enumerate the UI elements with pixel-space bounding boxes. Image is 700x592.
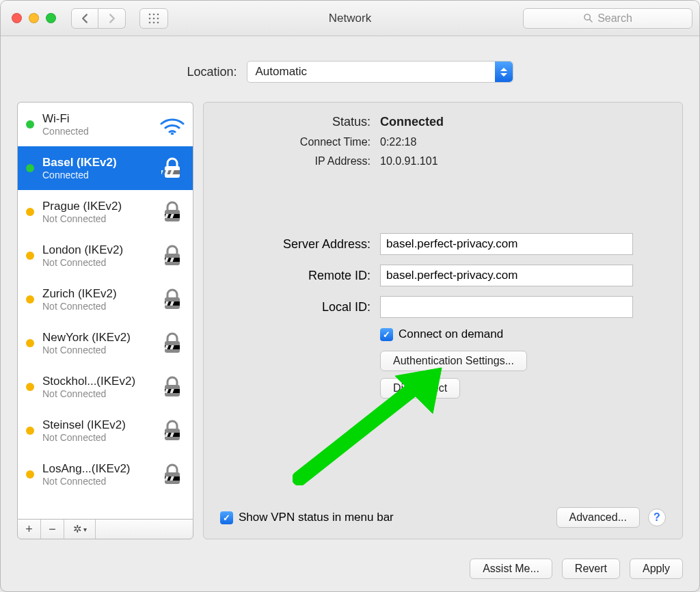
- service-labels: Zurich (IKEv2) Not Connected: [42, 287, 150, 312]
- assist-me-button[interactable]: Assist Me...: [470, 559, 552, 579]
- status-dot-icon: [26, 164, 34, 172]
- service-name: Wi-Fi: [42, 112, 150, 126]
- service-status: Not Connected: [42, 476, 150, 487]
- service-item[interactable]: Basel (IKEv2) Connected: [18, 146, 193, 190]
- titlebar: Network Search: [1, 1, 699, 36]
- svg-point-3: [149, 17, 151, 19]
- status-value: Connected: [380, 115, 666, 129]
- svg-rect-27: [161, 258, 163, 262]
- status-dot-icon: [26, 295, 34, 304]
- status-dot-icon: [26, 252, 34, 260]
- ip-address-value: 10.0.91.101: [380, 155, 666, 167]
- lock-icon: [159, 375, 186, 399]
- server-address-input[interactable]: [380, 233, 633, 255]
- service-actions-button[interactable]: ✲▾: [64, 520, 96, 539]
- services-sidebar: Wi-Fi Connected Basel (IKEv2) Connected …: [17, 102, 193, 539]
- service-item[interactable]: Wi-Fi Connected: [18, 103, 193, 146]
- svg-rect-33: [161, 301, 163, 306]
- service-item[interactable]: Zurich (IKEv2) Not Connected: [18, 278, 193, 321]
- services-list[interactable]: Wi-Fi Connected Basel (IKEv2) Connected …: [17, 102, 193, 519]
- service-item[interactable]: London (IKEv2) Not Connected: [18, 234, 193, 278]
- service-item[interactable]: NewYork (IKEv2) Not Connected: [18, 321, 193, 365]
- ip-address-label: IP Address:: [220, 155, 371, 167]
- service-status: Connected: [42, 170, 150, 180]
- service-labels: Prague (IKEv2) Not Connected: [42, 200, 150, 224]
- status-block: Status: Connected Connect Time: 0:22:18 …: [220, 115, 666, 167]
- svg-point-0: [149, 13, 151, 15]
- select-stepper-icon: [495, 62, 513, 82]
- svg-rect-15: [161, 170, 163, 174]
- service-status: Not Connected: [42, 213, 150, 224]
- svg-point-7: [153, 21, 155, 23]
- service-name: Stockhol...(IKEv2): [42, 375, 150, 388]
- local-id-input[interactable]: [380, 296, 633, 318]
- connect-on-demand-label: Connect on demand: [399, 327, 503, 341]
- window-button-row: Assist Me... Revert Apply: [1, 549, 699, 591]
- search-field[interactable]: Search: [523, 8, 692, 29]
- svg-rect-57: [161, 476, 163, 481]
- service-name: Basel (IKEv2): [42, 156, 150, 170]
- authentication-settings-button[interactable]: Authentication Settings...: [380, 351, 527, 371]
- back-button[interactable]: [71, 8, 98, 29]
- remove-service-button[interactable]: −: [41, 520, 64, 539]
- service-labels: Steinsel (IKEv2) Not Connected: [42, 418, 150, 443]
- lock-icon: [159, 288, 186, 311]
- service-status: Not Connected: [42, 301, 150, 312]
- nav-back-forward: [71, 8, 126, 29]
- service-item[interactable]: Steinsel (IKEv2) Not Connected: [18, 409, 193, 453]
- connect-on-demand-checkbox[interactable]: ✓: [380, 328, 393, 341]
- search-icon: [583, 13, 593, 23]
- vpn-form: Server Address: Remote ID: Local ID: ✓ C…: [220, 233, 666, 399]
- search-placeholder: Search: [597, 12, 632, 25]
- connect-on-demand-row[interactable]: ✓ Connect on demand: [380, 327, 666, 341]
- window-zoom-button[interactable]: [46, 13, 56, 23]
- revert-button[interactable]: Revert: [562, 559, 620, 579]
- svg-rect-51: [161, 433, 163, 437]
- status-dot-icon: [26, 208, 34, 216]
- status-dot-icon: [26, 339, 34, 347]
- window-close-button[interactable]: [12, 13, 22, 23]
- detail-footer: ✓ Show VPN status in menu bar Advanced..…: [220, 507, 666, 528]
- svg-line-10: [590, 20, 593, 23]
- location-label: Location:: [187, 65, 237, 79]
- service-item[interactable]: Prague (IKEv2) Not Connected: [18, 190, 193, 234]
- service-status: Connected: [42, 126, 150, 137]
- wifi-icon: [159, 114, 186, 135]
- service-status: Not Connected: [42, 388, 150, 399]
- disconnect-button[interactable]: Disconnect: [380, 378, 460, 399]
- content-area: Wi-Fi Connected Basel (IKEv2) Connected …: [1, 102, 699, 549]
- service-labels: NewYork (IKEv2) Not Connected: [42, 331, 150, 355]
- service-labels: Basel (IKEv2) Connected: [42, 156, 150, 180]
- service-item[interactable]: Stockhol...(IKEv2) Not Connected: [18, 365, 193, 409]
- show-all-button[interactable]: [139, 8, 168, 29]
- apply-button[interactable]: Apply: [630, 559, 683, 579]
- service-name: Prague (IKEv2): [42, 200, 150, 213]
- sidebar-tools: + − ✲▾: [17, 519, 193, 539]
- lock-icon: [159, 419, 186, 442]
- remote-id-input[interactable]: [380, 265, 633, 286]
- svg-point-4: [153, 17, 155, 19]
- forward-button[interactable]: [98, 8, 126, 29]
- svg-rect-39: [161, 345, 163, 349]
- add-service-button[interactable]: +: [18, 520, 41, 539]
- service-labels: LosAng...(IKEv2) Not Connected: [42, 462, 150, 487]
- show-vpn-row[interactable]: ✓ Show VPN status in menu bar: [220, 511, 394, 524]
- lock-icon: [159, 200, 186, 224]
- advanced-button[interactable]: Advanced...: [556, 507, 641, 528]
- svg-point-11: [171, 133, 174, 135]
- svg-rect-45: [161, 389, 163, 393]
- lock-icon: [159, 157, 186, 180]
- service-status: Not Connected: [42, 257, 150, 268]
- service-name: London (IKEv2): [42, 243, 150, 257]
- service-item[interactable]: LosAng...(IKEv2) Not Connected: [18, 453, 193, 496]
- window-minimize-button[interactable]: [29, 13, 39, 23]
- status-dot-icon: [26, 470, 34, 479]
- svg-point-5: [157, 17, 159, 19]
- status-label: Status:: [220, 115, 371, 129]
- help-button[interactable]: ?: [648, 509, 666, 526]
- connect-time-value: 0:22:18: [380, 136, 666, 148]
- lock-icon: [159, 463, 186, 486]
- show-vpn-checkbox[interactable]: ✓: [220, 511, 233, 524]
- location-select[interactable]: Automatic: [247, 61, 513, 83]
- lock-icon: [159, 332, 186, 355]
